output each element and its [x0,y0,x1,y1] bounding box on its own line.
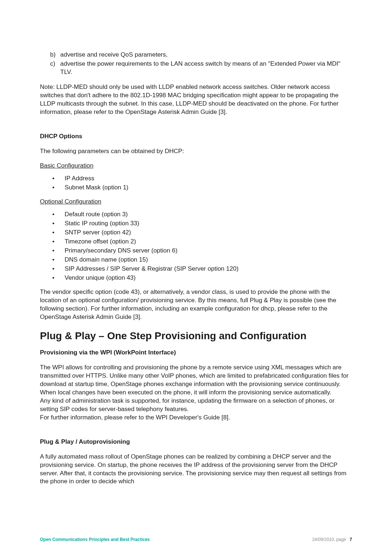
dhcp-intro: The following parameters can be obtained… [40,147,352,156]
autoprov-body: A fully automated mass rollout of OpenSt… [40,453,352,486]
optional-config-list: Default route (option 3) Static IP routi… [52,210,352,282]
list-item-text: SNTP server (option 42) [65,229,131,236]
optional-config-label: Optional Configuration [40,198,352,206]
list-item-c-text: advertise the power requirements to the … [60,60,340,75]
list-item: DNS domain name (option 15) [52,256,352,264]
wpi-body: The WPI allows for controlling and provi… [40,364,352,422]
list-item-b-text: advertise and receive QoS parameters, [60,51,168,58]
page-footer: Open Communications Principles and Best … [40,537,352,542]
list-item-text: IP Address [65,175,94,182]
dhcp-heading: DHCP Options [40,132,352,141]
lettered-list: advertise and receive QoS parameters, ad… [50,51,352,77]
list-item: SNTP server (option 42) [52,229,352,237]
list-item: IP Address [52,175,352,183]
list-item: Primary/secondary DNS server (option 6) [52,247,352,255]
footer-page-number: 7 [350,537,352,542]
list-item: Default route (option 3) [52,210,352,219]
wpi-heading: Provisioning via the WPI (WorkPoint Inte… [40,349,352,357]
footer-date: 24/09/2010, page [312,537,346,542]
list-item-b: advertise and receive QoS parameters, [50,51,352,59]
footer-pageinfo: 24/09/2010, page 7 [312,537,352,542]
list-item-text: SIP Addresses / SIP Server & Registrar (… [65,265,238,272]
list-item: Vendor unique (option 43) [52,274,352,282]
list-item-text: Primary/secondary DNS server (option 6) [65,247,177,254]
list-item-text: DNS domain name (option 15) [65,256,148,263]
list-item: Timezone offset (option 2) [52,238,352,246]
dhcp-outro: The vendor specific option (code 43), or… [40,288,352,321]
autoprov-heading: Plug & Play / Autoprovisioning [40,438,352,446]
plug-play-title: Plug & Play – One Step Provisioning and … [40,329,352,343]
list-item-text: Static IP routing (option 33) [65,220,139,227]
list-item: Subnet Mask (option 1) [52,184,352,192]
list-item-text: Default route (option 3) [65,211,128,218]
list-item-c: advertise the power requirements to the … [50,60,352,77]
footer-title: Open Communications Principles and Best … [40,537,150,542]
list-item-text: Subnet Mask (option 1) [65,184,128,191]
basic-config-label: Basic Configuration [40,162,352,170]
list-item: Static IP routing (option 33) [52,219,352,228]
list-item-text: Vendor unique (option 43) [65,274,136,281]
basic-config-list: IP Address Subnet Mask (option 1) [52,175,352,192]
list-item-text: Timezone offset (option 2) [65,238,136,245]
list-item: SIP Addresses / SIP Server & Registrar (… [52,265,352,273]
note-paragraph: Note: LLDP-MED should only be used with … [40,83,352,116]
